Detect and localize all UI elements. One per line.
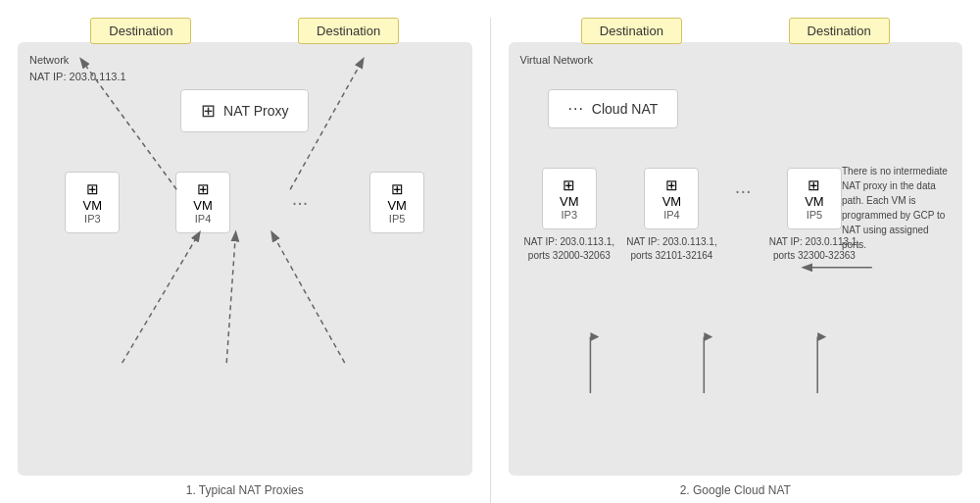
vm-col-2-1: ⊞ VM IP3 NAT IP: 203.0.113.1, ports 3200… bbox=[524, 168, 614, 263]
vm-col-2-2: ⊞ VM IP4 NAT IP: 203.0.113.1, ports 3210… bbox=[626, 168, 716, 263]
nat-proxy-box: ⊞ NAT Proxy bbox=[180, 89, 309, 132]
dots-1: ··· bbox=[286, 172, 315, 233]
dots-2: ··· bbox=[729, 168, 758, 263]
svg-line-1 bbox=[226, 232, 235, 363]
cloud-nat-box: ··· Cloud NAT bbox=[548, 89, 679, 128]
vm-box-1-3: ⊞ VM IP5 bbox=[369, 172, 424, 233]
network-label-1: Network NAT IP: 203.0.113.1 bbox=[29, 52, 126, 84]
vm-box-1-1: ⊞ VM IP3 bbox=[65, 172, 120, 233]
destination-box-1-right: Destination bbox=[298, 18, 399, 44]
vm-box-2-3: ⊞ VM IP5 bbox=[787, 168, 842, 229]
nat-proxy-label: NAT Proxy bbox=[223, 103, 288, 119]
network-box-1: Network NAT IP: 203.0.113.1 bbox=[18, 42, 472, 476]
vm-box-2-1: ⊞ VM IP3 bbox=[542, 168, 597, 229]
cloud-nat-label: Cloud NAT bbox=[592, 101, 658, 117]
destination-box-1-left: Destination bbox=[90, 18, 191, 44]
vm-nat-info-2: NAT IP: 203.0.113.1, ports 32101-32164 bbox=[626, 235, 716, 263]
vm-box-1-2: ⊞ VM IP4 bbox=[175, 172, 230, 233]
vm-box-2-2: ⊞ VM IP4 bbox=[644, 168, 699, 229]
network-box-2: Virtual Network bbox=[509, 42, 963, 476]
network-label-2: Virtual Network bbox=[520, 52, 593, 69]
svg-line-2 bbox=[272, 232, 345, 363]
svg-line-0 bbox=[122, 232, 200, 363]
destination-box-2-left: Destination bbox=[581, 18, 682, 44]
nat-note: There is no intermediate NAT proxy in th… bbox=[842, 164, 955, 252]
chip-icon-1: ⊞ bbox=[201, 100, 216, 122]
destination-box-2-right: Destination bbox=[789, 18, 890, 44]
vm-nat-info-1: NAT IP: 203.0.113.1, ports 32000-32063 bbox=[524, 235, 614, 263]
caption-1: 1. Typical NAT Proxies bbox=[186, 483, 304, 503]
dots-icon: ··· bbox=[568, 100, 584, 118]
caption-2: 2. Google Cloud NAT bbox=[680, 483, 791, 503]
